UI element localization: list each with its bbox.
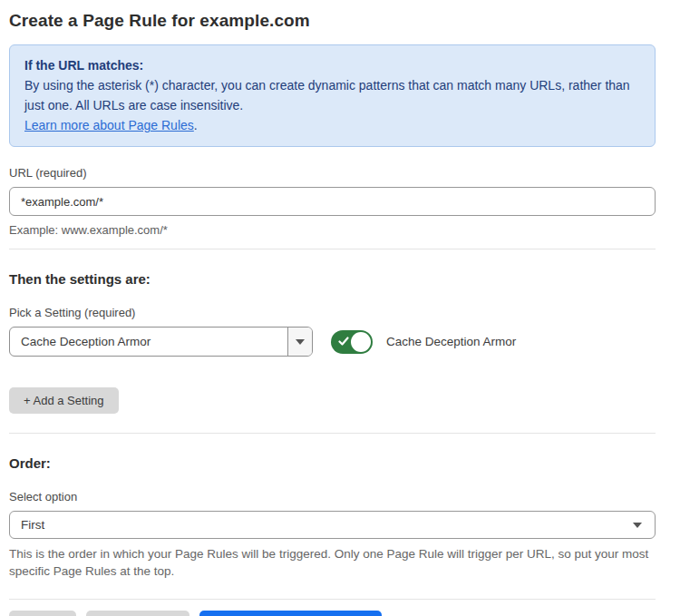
- link-suffix: .: [194, 118, 198, 132]
- check-icon: [338, 336, 349, 347]
- settings-section-heading: Then the settings are:: [9, 271, 656, 287]
- info-box-body: By using the asterisk (*) character, you…: [24, 75, 640, 115]
- url-field-label: URL (required): [9, 166, 656, 180]
- learn-more-link[interactable]: Learn more about Page Rules: [24, 118, 194, 132]
- action-button-row: Cancel Save as Draft Save and Deploy Pag…: [9, 611, 656, 616]
- order-select-label: Select option: [9, 490, 656, 504]
- caret-down-icon: [296, 339, 305, 345]
- order-select[interactable]: First: [9, 511, 656, 539]
- order-helper-text: This is the order in which your Page Rul…: [9, 545, 656, 580]
- setting-toggle-label: Cache Deception Armor: [386, 335, 516, 348]
- url-field-helper: Example: www.example.com/*: [9, 223, 656, 237]
- divider: [9, 249, 656, 249]
- add-setting-button[interactable]: + Add a Setting: [9, 387, 119, 414]
- setting-select[interactable]: Cache Deception Armor: [9, 327, 313, 357]
- info-box-link-line: Learn more about Page Rules.: [24, 115, 640, 135]
- setting-toggle[interactable]: [331, 330, 373, 354]
- info-box-heading: If the URL matches:: [24, 55, 640, 75]
- url-input[interactable]: [9, 187, 656, 216]
- order-section-heading: Order:: [9, 455, 656, 471]
- url-match-info-box: If the URL matches: By using the asteris…: [9, 44, 656, 147]
- create-page-rule-form: Create a Page Rule for example.com If th…: [9, 0, 656, 616]
- divider: [9, 433, 656, 434]
- setting-select-arrow-button[interactable]: [287, 328, 312, 356]
- setting-select-value: Cache Deception Armor: [10, 328, 287, 356]
- setting-picker-label: Pick a Setting (required): [9, 306, 656, 319]
- cancel-button[interactable]: Cancel: [9, 611, 76, 616]
- setting-row: Cache Deception Armor Cache Deception Ar…: [9, 327, 656, 357]
- divider: [9, 599, 656, 600]
- order-select-value: First: [21, 518, 44, 532]
- caret-down-icon: [633, 523, 642, 528]
- save-and-deploy-button[interactable]: Save and Deploy Page Rule: [199, 611, 383, 616]
- save-as-draft-button[interactable]: Save as Draft: [86, 611, 189, 616]
- page-title: Create a Page Rule for example.com: [9, 11, 656, 31]
- toggle-knob: [351, 332, 371, 352]
